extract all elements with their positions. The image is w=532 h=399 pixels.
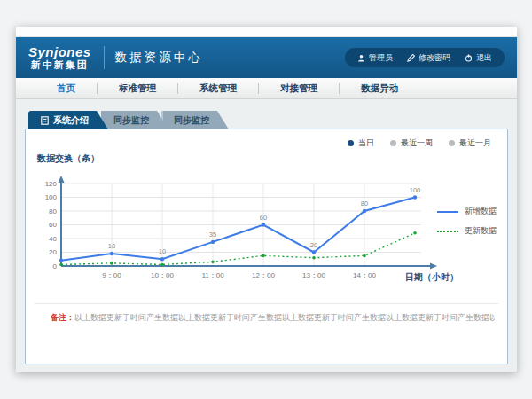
chart-y-axis-title: 数据交换（条） — [37, 153, 99, 165]
nav-item-data-change[interactable]: 数据异动 — [340, 82, 419, 95]
radio-last-month[interactable]: 最近一月 — [449, 137, 491, 149]
svg-text:100: 100 — [410, 186, 421, 194]
app-window: Synjones 新中新集团 数据资源中心 管理员 修改密码 退出 首页 标准管… — [16, 27, 517, 372]
svg-text:18: 18 — [108, 242, 115, 250]
svg-text:9：00: 9：00 — [102, 271, 121, 279]
svg-text:35: 35 — [209, 231, 216, 239]
svg-text:14：00: 14：00 — [353, 271, 376, 279]
window-top-strip — [16, 27, 517, 37]
chart-x-axis-title: 日期（小时） — [405, 271, 458, 284]
user-toolbar: 管理员 修改密码 退出 — [345, 48, 505, 67]
document-icon — [41, 116, 49, 125]
edit-icon — [407, 54, 415, 62]
change-password-label: 修改密码 — [419, 52, 450, 64]
nav-item-interface-mgmt[interactable]: 对接管理 — [259, 82, 339, 95]
panel-divider — [35, 303, 498, 304]
svg-text:13：00: 13：00 — [302, 271, 325, 279]
logout-label: 退出 — [476, 52, 492, 64]
nav-item-system-mgmt[interactable]: 系统管理 — [178, 82, 258, 95]
change-password-button[interactable]: 修改密码 — [407, 52, 450, 64]
svg-text:0: 0 — [53, 262, 58, 270]
svg-text:10: 10 — [159, 247, 166, 255]
radio-label: 最近一月 — [459, 137, 491, 149]
radio-label: 当日 — [358, 137, 374, 149]
svg-text:80: 80 — [49, 207, 57, 215]
svg-text:120: 120 — [45, 180, 58, 188]
svg-text:100: 100 — [45, 193, 58, 201]
legend-label: 新增数据 — [465, 206, 497, 217]
header-divider — [104, 46, 105, 69]
radio-label: 最近一周 — [401, 137, 433, 149]
page-title: 数据资源中心 — [115, 50, 203, 66]
current-user-label: 管理员 — [369, 52, 393, 64]
svg-text:80: 80 — [361, 200, 368, 207]
solid-line-swatch — [437, 211, 458, 213]
logo-text-en: Synjones — [28, 45, 91, 59]
legend-label: 更新数据 — [465, 225, 497, 237]
radio-last-week[interactable]: 最近一周 — [390, 137, 433, 149]
svg-text:60: 60 — [260, 214, 267, 222]
tab-label: 同步监控 — [174, 114, 209, 127]
tab-label: 同步监控 — [113, 114, 149, 127]
svg-text:20: 20 — [49, 248, 57, 256]
svg-text:10：00: 10：00 — [151, 271, 174, 279]
svg-text:60: 60 — [49, 221, 57, 229]
dotted-line-swatch — [437, 231, 458, 232]
time-range-filter: 当日 最近一周 最近一月 — [348, 137, 491, 149]
company-logo: Synjones 新中新集团 — [28, 45, 91, 70]
svg-text:40: 40 — [49, 235, 57, 243]
chart-legend: 新增数据 更新数据 — [437, 206, 497, 237]
footnote: 备注：以上数据更新于时间产生数据以上数据更新于时间产生数据以上数据更新于时间产生… — [51, 312, 495, 324]
power-icon — [465, 54, 473, 62]
svg-text:20: 20 — [310, 241, 317, 249]
legend-item-new-data: 新增数据 — [437, 206, 497, 217]
content-area: 系统介绍 同步监控 同步监控 当日 最近一周 — [16, 99, 517, 372]
chart-panel: 当日 最近一周 最近一月 数据交换（条） 0204060801001209：00… — [25, 129, 508, 364]
tab-label: 系统介绍 — [53, 114, 89, 127]
tab-bar: 系统介绍 同步监控 同步监控 — [28, 111, 229, 129]
footnote-label: 备注： — [51, 313, 74, 322]
current-user[interactable]: 管理员 — [357, 52, 393, 64]
nav-item-standard-mgmt[interactable]: 标准管理 — [98, 82, 177, 95]
main-nav: 首页 标准管理 系统管理 对接管理 数据异动 — [16, 78, 517, 99]
footnote-text: 以上数据更新于时间产生数据以上数据更新于时间产生数据以上数据更新于时间产生数据以… — [74, 313, 495, 322]
svg-text:12：00: 12：00 — [252, 271, 275, 279]
svg-text:11：00: 11：00 — [201, 271, 224, 279]
logout-button[interactable]: 退出 — [465, 52, 492, 64]
nav-item-home[interactable]: 首页 — [35, 82, 97, 95]
tab-sync-monitor-2[interactable]: 同步监控 — [161, 111, 229, 129]
tab-system-intro[interactable]: 系统介绍 — [28, 111, 108, 129]
logo-text-cn: 新中新集团 — [31, 60, 89, 70]
user-icon — [357, 54, 365, 62]
radio-dot-icon — [390, 140, 396, 146]
radio-dot-icon — [449, 140, 455, 146]
legend-item-updated-data: 更新数据 — [437, 225, 497, 237]
radio-today[interactable]: 当日 — [348, 137, 374, 149]
tab-sync-monitor-1[interactable]: 同步监控 — [101, 111, 168, 129]
line-chart: 0204060801001209：0010：0011：0012：0013：001… — [43, 170, 444, 294]
radio-dot-icon — [348, 140, 354, 146]
app-header: Synjones 新中新集团 数据资源中心 管理员 修改密码 退出 — [16, 37, 517, 78]
